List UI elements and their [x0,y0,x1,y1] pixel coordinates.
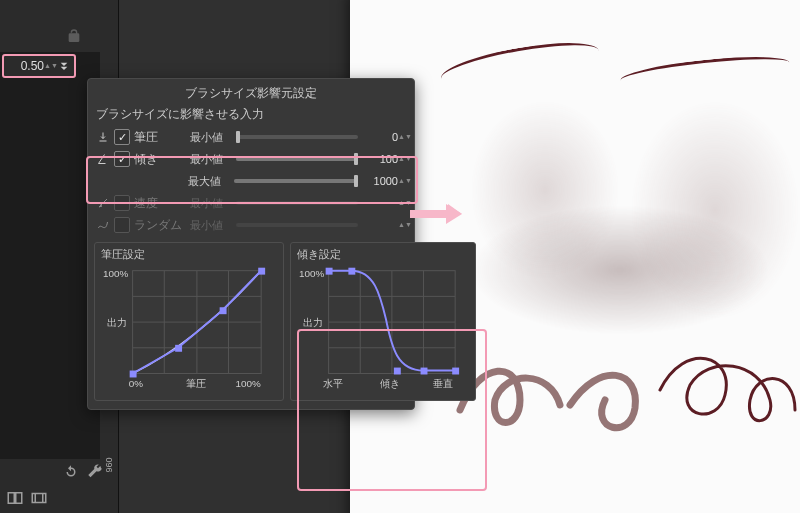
y-top-label: 100% [299,268,324,279]
svg-rect-1 [16,493,22,504]
svg-rect-13 [220,307,227,314]
svg-rect-26 [452,368,459,375]
random-icon [96,219,110,231]
ruler-tick: 960 [104,456,114,474]
x-mid-label: 傾き [380,378,400,389]
wrench-icon[interactable] [86,463,104,481]
lock-open-icon[interactable] [66,28,82,44]
curve-title: 傾き設定 [295,247,469,264]
source-name: ランダム [134,217,190,234]
left-sidebar: 0.50 ▲▼ [0,0,100,513]
spinner-icon[interactable]: ▲▼ [400,156,410,162]
svg-rect-12 [175,345,182,352]
source-row-tilt-max: 最大値 1000 ▲▼ [88,170,414,192]
svg-rect-23 [348,268,355,275]
tilt-max-value[interactable]: 1000 [362,175,398,187]
film-icon[interactable] [30,489,48,507]
x-mid-label: 筆圧 [186,378,206,389]
x-right-label: 垂直 [433,378,453,389]
y-axis-label: 出力 [107,317,127,328]
tilt-curve-box: 傾き設定 100% 出力 水平 傾き 垂直 [290,242,476,401]
tilt-max-slider[interactable] [234,179,358,183]
panels-icon[interactable] [6,489,24,507]
random-checkbox[interactable] [114,217,130,233]
source-row-random: ランダム 最小値 ▲▼ [88,214,414,236]
brush-loops [450,330,800,470]
refresh-icon[interactable] [62,463,80,481]
velocity-icon [96,197,110,209]
sidebar-header [0,0,100,52]
spinner-icon[interactable]: ▲▼ [400,178,410,184]
min-label: 最小値 [190,152,232,167]
svg-marker-27 [410,204,462,224]
brush-size-value[interactable]: 0.50 [6,59,46,73]
svg-rect-2 [32,494,46,503]
svg-rect-0 [8,493,14,504]
y-axis-label: 出力 [303,317,323,328]
pressure-curve-graph[interactable]: 100% 出力 0% 筆圧 100% [99,264,277,396]
brush-size-value-box[interactable]: 0.50 ▲▼ [2,54,76,78]
x-left-label: 0% [129,378,143,389]
source-name: 速度 [134,195,190,212]
svg-rect-14 [258,268,265,275]
svg-rect-24 [394,368,401,375]
source-name: 筆圧 [134,129,190,146]
arrow-right-icon [408,200,464,228]
x-left-label: 水平 [323,378,343,389]
svg-rect-3 [100,141,107,142]
brush-smear [470,205,770,335]
panel-subtitle: ブラシサイズに影響させる入力 [88,105,414,126]
pressure-icon [96,131,110,143]
min-label: 最小値 [190,130,232,145]
y-top-label: 100% [103,268,128,279]
panel-title: ブラシサイズ影響元設定 [88,79,414,105]
tilt-icon [96,153,110,165]
sidebar-footer [0,459,100,513]
random-min-slider [236,223,358,227]
tilt-min-slider[interactable] [236,157,358,161]
curve-title: 筆圧設定 [99,247,277,264]
svg-rect-22 [326,268,333,275]
max-label: 最大値 [188,174,230,189]
pressure-min-slider[interactable] [236,135,358,139]
x-right-label: 100% [235,378,260,389]
svg-rect-25 [421,368,428,375]
spinner-icon[interactable]: ▲▼ [400,134,410,140]
tilt-checkbox[interactable] [114,151,130,167]
velocity-checkbox[interactable] [114,195,130,211]
svg-rect-11 [130,371,137,378]
velocity-min-slider [236,201,358,205]
tilt-min-value[interactable]: 100 [362,153,398,165]
source-row-pressure: 筆圧 最小値 0 ▲▼ [88,126,414,148]
pressure-checkbox[interactable] [114,129,130,145]
brush-size-dynamics-panel: ブラシサイズ影響元設定 ブラシサイズに影響させる入力 筆圧 最小値 0 ▲▼ 傾… [87,78,415,410]
tilt-curve-graph[interactable]: 100% 出力 水平 傾き 垂直 [295,264,469,396]
spinner-icon[interactable]: ▲▼ [46,63,56,69]
pressure-curve-box: 筆圧設定 100% 出力 0% 筆圧 [94,242,284,401]
source-row-velocity: 速度 最小値 ▲▼ [88,192,414,214]
pressure-min-value[interactable]: 0 [362,131,398,143]
min-label: 最小値 [190,218,232,233]
expand-icon[interactable] [56,58,72,74]
source-name: 傾き [134,151,190,168]
source-row-tilt: 傾き 最小値 100 ▲▼ [88,148,414,170]
min-label: 最小値 [190,196,232,211]
